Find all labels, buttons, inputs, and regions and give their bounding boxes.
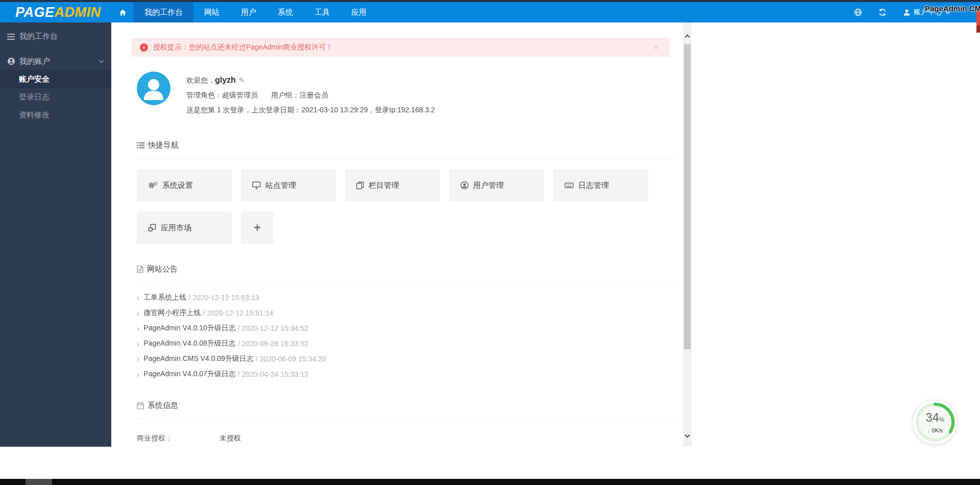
chevron-right-icon: › — [137, 370, 139, 379]
card-app-market[interactable]: 应用市场 — [137, 211, 232, 244]
sidebar-header-workbench[interactable]: 我的工作台 — [0, 22, 111, 41]
user-circle-icon — [7, 57, 15, 65]
login-info-line: 这是您第 1 次登录，上次登录日期：2021-03-10 13:29:29，登录… — [186, 103, 435, 117]
nav-item-apps[interactable]: 应用 — [340, 2, 377, 22]
nav-item-tools[interactable]: 工具 — [304, 2, 340, 22]
card-log-management[interactable]: 日志管理 — [553, 169, 648, 202]
market-icon — [148, 224, 156, 232]
gauge-percent: 34% — [926, 411, 944, 426]
quick-nav-section: 快捷导航 系统设置 站点管理 栏目管理 — [137, 140, 670, 244]
announcement-item[interactable]: › PageAdmin V4.0.07升级日志 / 2020-04-24 15:… — [137, 367, 670, 382]
divider — [137, 282, 675, 283]
role-line: 管理角色：超级管理员用户组：注册会员 — [186, 88, 435, 103]
separator: / — [203, 309, 205, 317]
error-circle-icon: × — [140, 43, 148, 52]
main-content: × 授权提示：您的站点还未经过PageAdmin商业授权许可！ × 欢迎您，gl… — [111, 22, 683, 447]
system-info-header: 系统信息 — [137, 401, 670, 410]
nav-item-workbench[interactable]: 我的工作台 — [134, 2, 193, 22]
bottom-screen-edge — [0, 479, 980, 485]
sidebar: 我的工作台 我的账户 账户安全 登录日志 资料修改 — [0, 22, 111, 447]
sidebar-header-label: 我的工作台 — [19, 32, 58, 41]
chevron-right-icon: › — [137, 354, 139, 364]
vertical-scrollbar[interactable] — [683, 22, 692, 447]
role-value: 超级管理员 — [222, 91, 258, 99]
sidebar-item-profile-edit[interactable]: 资料修改 — [0, 106, 111, 124]
list-icon — [137, 142, 144, 149]
nav-item-user[interactable]: 用户 — [230, 2, 267, 22]
user-icon — [903, 9, 911, 16]
announcement-title: PageAdmin CMS V4.0.09升级日志 — [143, 354, 254, 363]
user-group-label: 用户组： — [271, 91, 300, 99]
announcement-date: 2020-12-12 15:53:13 — [192, 294, 259, 302]
home-button[interactable] — [111, 2, 134, 22]
announcement-item[interactable]: › 微官网小程序上线 / 2020-12-12 15:51:14 — [137, 305, 670, 321]
card-column-management[interactable]: 栏目管理 — [345, 169, 440, 202]
announcement-item[interactable]: › 工单系统上线 / 2020-12-12 15:53:13 — [137, 290, 670, 305]
card-system-settings[interactable]: 系统设置 — [137, 169, 232, 202]
announcement-date: 2020-06-09 15:34:20 — [260, 355, 326, 363]
card-label: 栏目管理 — [369, 181, 399, 190]
refresh-button[interactable] — [878, 8, 887, 16]
logo-page: PAGE — [15, 5, 55, 20]
announcement-date: 2020-06-28 15:33:52 — [242, 340, 308, 348]
welcome-line: 欢迎您，glyzh✎ — [186, 72, 435, 88]
system-info-title: 系统信息 — [148, 401, 178, 410]
announcements-title: 网站公告 — [147, 264, 178, 274]
announcement-date: 2020-04-24 15:33:13 — [242, 370, 308, 378]
chevron-right-icon: › — [137, 324, 139, 333]
sidebar-item-account-security[interactable]: 账户安全 — [0, 70, 111, 88]
announcement-date: 2020-12-12 15:34:52 — [242, 324, 308, 332]
nav-item-system[interactable]: 系统 — [267, 2, 304, 22]
copy-icon — [356, 181, 364, 189]
scroll-up-button[interactable] — [683, 29, 692, 44]
hamburger-icon — [7, 34, 15, 40]
progress-gauge[interactable]: 34% ↓ 0K/s — [913, 400, 957, 444]
add-shortcut-button[interactable]: + — [241, 211, 274, 244]
chevron-right-icon: › — [137, 339, 139, 349]
announcements-header: 网站公告 — [137, 264, 670, 274]
nav-item-site[interactable]: 网站 — [193, 2, 230, 22]
info-label: 商业授权： — [137, 434, 219, 443]
card-label: 应用市场 — [161, 223, 191, 233]
user-group-value: 注册会员 — [300, 91, 328, 99]
refresh-icon — [878, 8, 887, 16]
desktop-icon — [252, 181, 261, 189]
language-button[interactable] — [854, 8, 862, 16]
sidebar-group-my-account[interactable]: 我的账户 — [0, 53, 111, 70]
announcement-date: 2020-12-12 15:51:14 — [207, 309, 273, 317]
system-info-section: 系统信息 商业授权： 未授权 当前版本： V4.0.11 — [137, 401, 670, 447]
logo[interactable]: PAGEADMIN — [0, 2, 111, 22]
card-label: 站点管理 — [265, 181, 296, 190]
divider — [137, 419, 675, 419]
role-label: 管理角色： — [186, 91, 222, 99]
scrollbar-thumb[interactable] — [684, 44, 691, 349]
announcement-title: PageAdmin V4.0.10升级日志 — [143, 324, 236, 333]
system-info-rows: 商业授权： 未授权 当前版本： V4.0.11 — [137, 429, 670, 447]
card-label: 系统设置 — [162, 181, 193, 190]
announcement-item[interactable]: › PageAdmin CMS V4.0.09升级日志 / 2020-06-09… — [137, 351, 670, 367]
announcement-item[interactable]: › PageAdmin V4.0.10升级日志 / 2020-12-12 15:… — [137, 321, 670, 336]
card-site-management[interactable]: 站点管理 — [241, 169, 336, 202]
avatar[interactable] — [137, 71, 170, 105]
quick-nav-cards: 系统设置 站点管理 栏目管理 用户管理 — [137, 169, 663, 244]
card-label: 用户管理 — [473, 181, 504, 190]
user-circle-icon — [460, 181, 469, 189]
announcement-title: PageAdmin V4.0.08升级日志 — [143, 339, 236, 348]
close-icon[interactable]: × — [650, 42, 662, 53]
sidebar-item-login-log[interactable]: 登录日志 — [0, 88, 111, 106]
announcement-title: 工单系统上线 — [143, 293, 186, 302]
announcement-item[interactable]: › PageAdmin V4.0.08升级日志 / 2020-06-28 15:… — [137, 336, 670, 351]
card-user-management[interactable]: 用户管理 — [449, 169, 544, 202]
top-navbar: PAGEADMIN 我的工作台 网站 用户 系统 工具 应用 — [0, 2, 980, 22]
edit-icon[interactable]: ✎ — [239, 76, 245, 84]
plus-icon: + — [254, 221, 261, 235]
separator: / — [238, 340, 240, 348]
scroll-down-button[interactable] — [683, 428, 692, 444]
globe-icon — [854, 8, 862, 16]
down-arrow-icon: ↓ — [927, 427, 930, 433]
divider — [137, 158, 675, 159]
calendar-icon — [137, 402, 144, 409]
separator: / — [256, 355, 258, 363]
announcement-title: 微官网小程序上线 — [143, 308, 201, 318]
quick-nav-header: 快捷导航 — [137, 140, 670, 150]
